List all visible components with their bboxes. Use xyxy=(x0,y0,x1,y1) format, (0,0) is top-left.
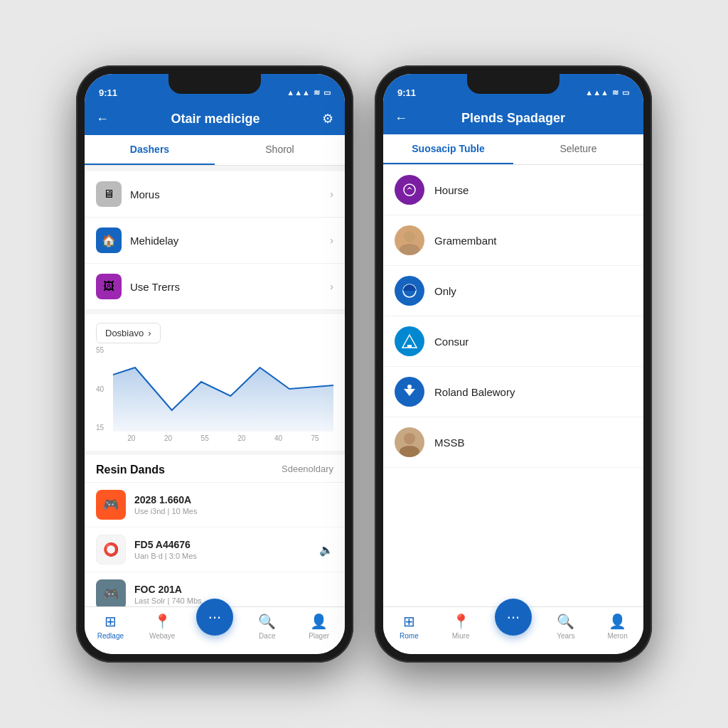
fab-left[interactable]: ··· xyxy=(196,599,233,636)
svg-rect-6 xyxy=(407,345,412,348)
nav-miure-label: Miure xyxy=(452,632,470,640)
contact-only[interactable]: Only xyxy=(383,266,643,316)
chart-x-labels: 20 20 55 20 40 75 xyxy=(96,434,333,442)
search-icon-left: 🔍 xyxy=(258,613,276,630)
status-icons-left: ▲▲▲ ≋ ▭ xyxy=(287,88,331,97)
nav-dace-label: Dace xyxy=(259,632,275,640)
app-title-left: Otair medicige xyxy=(171,112,259,127)
recent-info-0: 2028 1.660A Use i3nd | 10 Mes xyxy=(134,494,333,515)
map-icon-left: 📍 xyxy=(154,613,171,630)
menu-item-use-trerrs[interactable]: 🖼 Use Trerrs › xyxy=(85,264,345,310)
contact-name-hourse: Hourse xyxy=(434,184,469,196)
video-icon: 🔈 xyxy=(319,543,333,557)
left-screen: 9:11 ▲▲▲ ≋ ▭ ← Otair medicige ⚙ Dashers … xyxy=(85,74,345,654)
morus-icon: 🖥 xyxy=(96,181,122,207)
tab-suosacip[interactable]: Suosacip Tuble xyxy=(383,134,513,164)
fab-right[interactable]: ··· xyxy=(495,599,532,636)
nav-rome[interactable]: ⊞ Rome xyxy=(391,613,427,640)
tabs-bar-right: Suosacip Tuble Seleture xyxy=(383,134,643,165)
svg-marker-7 xyxy=(404,389,415,396)
recent-sub-0: Use i3nd | 10 Mes xyxy=(134,507,333,515)
chart-svg xyxy=(113,346,333,432)
recent-thumb-1: ⭕ xyxy=(96,535,126,564)
chart-overlay-label: Dosbiavo xyxy=(105,328,144,338)
svg-point-1 xyxy=(404,184,415,196)
svg-point-3 xyxy=(400,244,419,255)
contact-roland[interactable]: Roland Balewory xyxy=(383,367,643,417)
nav-plager-label: Plager xyxy=(309,632,329,640)
y-label-1: 55 xyxy=(96,346,104,354)
nav-plager[interactable]: 👤 Plager xyxy=(301,613,337,640)
tab-dashers[interactable]: Dashers xyxy=(85,135,215,165)
y-label-3: 15 xyxy=(96,424,104,432)
right-screen: 9:11 ▲▲▲ ≋ ▭ ← Plends Spadager Suosacip … xyxy=(383,74,643,654)
avatar-hourse xyxy=(395,175,424,205)
x-3: 55 xyxy=(201,434,209,442)
nav-miure[interactable]: 📍 Miure xyxy=(443,613,478,640)
avatar-mssb xyxy=(395,427,424,457)
contact-name-gramembant: Gramembant xyxy=(434,235,497,247)
tabs-bar-left: Dashers Shorol xyxy=(85,135,345,166)
back-button-left[interactable]: ← xyxy=(96,112,109,127)
recent-thumb-0: 🎮 xyxy=(96,490,126,520)
recent-info-2: FOC 201A Last Solr | 740 Mbs xyxy=(134,584,333,605)
x-5: 40 xyxy=(274,434,282,442)
left-content: 🖥 Morus › 🏠 Mehidelay › 🖼 Use Trerrs › xyxy=(85,166,345,606)
nav-meron-label: Meron xyxy=(607,632,627,640)
contact-name-roland: Roland Balewory xyxy=(434,386,515,398)
menu-item-morus[interactable]: 🖥 Morus › xyxy=(85,171,345,218)
right-phone: 9:11 ▲▲▲ ≋ ▭ ← Plends Spadager Suosacip … xyxy=(375,65,652,663)
nav-meron[interactable]: 👤 Meron xyxy=(600,613,636,640)
recent-thumb-2: 🎮 xyxy=(96,579,126,606)
recent-title: Resin Dands xyxy=(96,464,165,476)
phones-container: 9:11 ▲▲▲ ≋ ▭ ← Otair medicige ⚙ Dashers … xyxy=(0,51,728,677)
home-icon-left: ⊞ xyxy=(105,613,117,630)
back-button-right[interactable]: ← xyxy=(395,111,407,126)
recent-sub-1: Uan B·d | 3:0 Mes xyxy=(134,552,319,560)
x-4: 20 xyxy=(237,434,245,442)
tab-shorol[interactable]: Shorol xyxy=(215,135,345,165)
contact-consur[interactable]: Consur xyxy=(383,316,643,367)
left-phone: 9:11 ▲▲▲ ≋ ▭ ← Otair medicige ⚙ Dashers … xyxy=(76,65,353,663)
time-right: 9:11 xyxy=(397,87,416,98)
recent-section: Resin Dands Sdeenoldary 🎮 2028 1.660A Us… xyxy=(85,455,345,606)
recent-item-1[interactable]: ⭕ FD5 A44676 Uan B·d | 3:0 Mes 🔈 xyxy=(85,528,345,572)
svg-point-9 xyxy=(404,433,415,444)
svg-marker-0 xyxy=(113,368,333,432)
app-header-left: ← Otair medicige ⚙ xyxy=(85,105,345,135)
app-title-right: Plends Spadager xyxy=(461,111,565,126)
contact-name-only: Only xyxy=(434,285,456,297)
chart-section: Dosbiavo › 55 40 15 xyxy=(85,314,345,451)
use-trerrs-icon: 🖼 xyxy=(96,274,122,299)
nav-dace[interactable]: 🔍 Dace xyxy=(250,613,285,640)
contact-mssb[interactable]: MSSB xyxy=(383,417,643,468)
mehidelay-icon: 🏠 xyxy=(96,228,122,253)
right-content: Hourse Gramembant Only xyxy=(383,165,643,606)
menu-item-mehidelay[interactable]: 🏠 Mehidelay › xyxy=(85,218,345,264)
nav-rome-label: Rome xyxy=(400,632,419,640)
nav-redlage[interactable]: ⊞ Redlage xyxy=(92,613,128,640)
recent-info-1: FD5 A44676 Uan B·d | 3:0 Mes xyxy=(134,539,319,560)
contact-gramembant[interactable]: Gramembant xyxy=(383,215,643,266)
recent-name-2: FOC 201A xyxy=(134,584,333,595)
nav-webaye[interactable]: 📍 Webaye xyxy=(144,613,180,640)
x-2: 20 xyxy=(164,434,172,442)
settings-icon-left[interactable]: ⚙ xyxy=(322,111,333,127)
notch-right xyxy=(467,74,560,94)
x-1: 20 xyxy=(127,434,135,442)
nav-webaye-label: Webaye xyxy=(149,632,176,640)
person-icon-left: 👤 xyxy=(310,613,328,630)
tab-seleture[interactable]: Seleture xyxy=(513,134,643,164)
chevron-icon: › xyxy=(330,188,333,200)
recent-item-0[interactable]: 🎮 2028 1.660A Use i3nd | 10 Mes xyxy=(85,483,345,528)
avatar-roland xyxy=(395,377,424,407)
y-label-2: 40 xyxy=(96,385,104,393)
recent-action[interactable]: Sdeenoldary xyxy=(282,464,333,476)
chart-area: 55 40 15 xyxy=(96,346,333,432)
avatar-consur xyxy=(395,326,424,356)
fab-icon-left: ··· xyxy=(208,608,221,626)
nav-years[interactable]: 🔍 Years xyxy=(548,613,584,640)
morus-label: Morus xyxy=(130,188,330,200)
contact-hourse[interactable]: Hourse xyxy=(383,165,643,215)
chart-overlay[interactable]: Dosbiavo › xyxy=(96,323,161,343)
